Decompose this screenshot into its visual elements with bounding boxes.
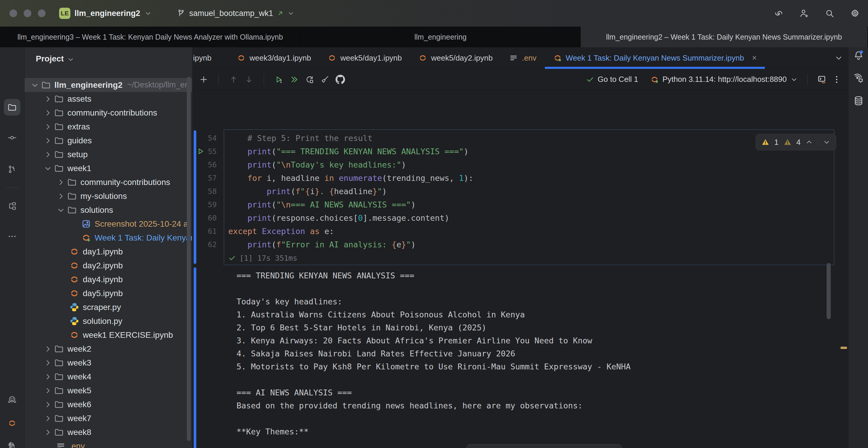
tree-item-week4[interactable]: week4 [25,370,192,384]
go-to-cell-widget[interactable]: Go to Cell 1 [586,75,638,84]
tree-item-week1[interactable]: week1 [25,161,192,175]
tree-item-setup[interactable]: setup [25,148,192,161]
tree-item-week6[interactable]: week6 [25,397,192,411]
tree-item-llm-engineering2[interactable]: llm_engineering2~/Desktop/llm_en [25,78,192,92]
tree-item-label: llm_engineering2 [54,81,122,90]
restart-kernel-button[interactable] [305,75,314,84]
tree-item-community-contributions[interactable]: community-contributions [25,175,192,189]
move-cell-up-button[interactable] [229,75,238,84]
folder-icon [54,427,64,437]
hidden-tabs-button[interactable] [834,47,843,69]
tree-item-scraper-py[interactable]: scraper.py [25,300,192,314]
python-console-tool-button[interactable] [4,438,21,448]
code-editor[interactable]: # Step 5: Print the result print("=== TR… [224,130,834,251]
tree-item-solution-py[interactable]: solution.py [25,314,192,328]
tab-week5-day1-ipynb[interactable]: week5/day1.ipynb [319,47,410,69]
tree-item-community-contributions[interactable]: community-contributions [25,106,192,120]
chev-r-icon [43,108,52,117]
huggingface-tool-button[interactable] [4,391,21,408]
project-tool-button[interactable] [4,99,21,116]
code-with-me-icon[interactable] [799,8,809,19]
run-cell-button[interactable] [274,75,283,84]
jupyter-icon [69,288,79,298]
tab-week-1-task-daily-kenyan-news-summarizer-ipynb[interactable]: Week 1 Task: Daily Kenyan News Summarize… [545,47,765,69]
next-problem-chevron-icon[interactable] [823,138,831,146]
code-line: # Step 5: Print the result [228,131,834,145]
tab-week5-day2-ipynb[interactable]: week5/day2.ipynb [410,47,501,69]
jupyter-tool-button[interactable] [4,415,21,431]
tree-item-extras[interactable]: extras [25,120,192,134]
add-sql-cell-button[interactable]: SQL [578,444,620,448]
run-line-icon[interactable] [196,147,205,155]
project-widget[interactable]: LE llm_engineering2 [59,8,152,19]
folder-icon [67,191,77,201]
move-cell-down-button[interactable] [244,75,254,84]
output-line: 2. Top 6 Best 5-Star Hotels in Nairobi, … [237,321,630,334]
tree-item-week1-exercise-ipynb[interactable]: week1 EXERCISE.ipynb [25,328,192,342]
editor-scrollbar-thumb[interactable] [827,263,831,319]
tab-week3-day1-ipynb[interactable]: week3/day1.ipynb [228,47,319,69]
run-all-cells-button[interactable] [289,75,299,84]
tree-item-my-solutions[interactable]: my-solutions [25,189,192,203]
jupyter-console-button[interactable] [817,75,827,84]
window-controls[interactable] [9,9,45,17]
vcs-update-tool-button[interactable] [4,161,21,178]
tree-item-guides[interactable]: guides [25,134,192,148]
tree-item-day5-ipynb[interactable]: day5.ipynb [25,286,192,300]
tree-item-week5[interactable]: week5 [25,384,192,397]
window-tab-llm-engineering2[interactable]: llm_engineering2 – Week 1 Task: Daily Ke… [580,27,867,47]
tree-item-week2[interactable]: week2 [25,342,192,356]
tree-item-day1-ipynb[interactable]: day1.ipynb [25,245,192,259]
settings-gear-icon[interactable] [850,8,860,19]
notifications-button[interactable] [853,50,864,62]
window-tab-llm-engineering[interactable]: llm_engineering [300,27,580,47]
kernel-selector[interactable]: Python 3.11.14: http://localhost:8890 [650,75,798,84]
close-icon[interactable]: × [752,54,757,63]
zoom-window-button[interactable] [38,9,45,17]
tree-item-solutions[interactable]: solutions [25,203,192,217]
tree-item-label: Week 1 Task: Daily Kenyan [95,233,192,243]
project-scrollbar-thumb[interactable] [187,77,191,441]
add-markdown-cell-button[interactable]: M↓ Markdown [515,444,578,448]
prev-problem-chevron-icon[interactable] [805,138,813,146]
code-line: print("\n=== AI NEWS ANALYSIS ===") [228,198,834,211]
minimize-window-button[interactable] [24,9,31,17]
chev-d-icon [30,81,39,90]
tree-item-week3[interactable]: week3 [25,356,192,370]
tree-item-week7[interactable]: week7 [25,411,192,425]
inspections-widget[interactable]: 1 4 [756,134,836,151]
tree-item-assets[interactable]: assets [25,92,192,106]
clear-outputs-button[interactable] [320,75,330,84]
tree-item-week8[interactable]: week8 [25,425,192,439]
ai-assistant-icon[interactable] [773,8,784,19]
chev-r-icon [43,428,52,437]
window-tab-llm-engineering3[interactable]: llm_engineering3 – Week 1 Task: Kenyan D… [0,27,300,47]
more-tools-button[interactable] [4,228,21,245]
kebab-menu-icon[interactable] [832,75,841,84]
error-stripe-mark[interactable] [840,347,847,349]
tab-ipynb[interactable]: ipynb [192,47,228,69]
database-tool-button[interactable] [853,95,864,107]
close-window-button[interactable] [9,9,17,17]
tree-item-week-1-task-daily-kenyan[interactable]: Week 1 Task: Daily Kenyan [25,231,192,245]
ai-chat-button[interactable] [853,73,864,85]
code-cell[interactable]: # Step 5: Print the result print("=== TR… [224,129,834,265]
tree-item--env[interactable]: .env [25,439,192,448]
vcs-branch-widget[interactable]: samuel_bootcamp_wk1 [177,9,294,18]
structure-tool-button[interactable] [4,198,21,214]
output-line: 3. Kenya Airways: 20 Facts About Africa'… [237,334,630,347]
tree-item-day2-ipynb[interactable]: day2.ipynb [25,259,192,273]
folder-icon [54,344,64,354]
database-icon [853,95,864,106]
tree-item-day4-ipynb[interactable]: day4.ipynb [25,273,192,286]
search-icon[interactable] [824,8,835,19]
tab--env[interactable]: .env [501,47,545,69]
project-panel-header[interactable]: Project [25,47,192,70]
folder-icon [54,150,64,159]
tree-item-screenshot-2025-10-24-at[interactable]: Screenshot 2025-10-24 at [25,217,192,231]
commit-tool-button[interactable] [4,129,21,146]
github-icon[interactable] [336,75,345,84]
add-cell-button[interactable] [199,75,209,84]
tree-item-label: community-contributions [67,108,157,118]
add-code-cell-button[interactable]: {} Code [468,444,514,448]
